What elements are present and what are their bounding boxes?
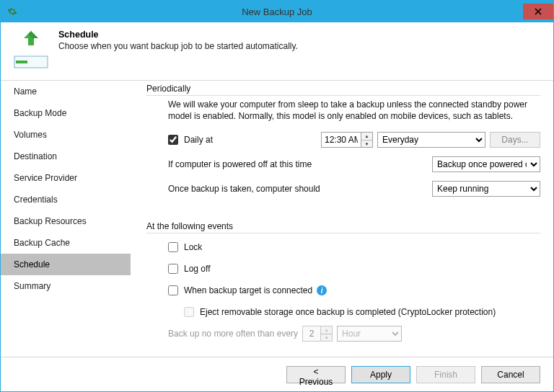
daily-time-input[interactable]: [321, 132, 361, 148]
lock-row: Lock: [146, 238, 540, 257]
daily-label: Daily at: [184, 135, 307, 145]
eject-label: Eject removable storage once backup is c…: [200, 307, 496, 317]
svg-rect-1: [16, 61, 27, 63]
lock-checkbox[interactable]: [168, 242, 178, 252]
periodically-group-label: Periodically: [146, 84, 540, 94]
finish-button: Finish: [416, 366, 475, 383]
eject-checkbox: [184, 307, 194, 317]
separator: [146, 95, 540, 96]
apply-button[interactable]: Apply: [351, 366, 410, 383]
close-button[interactable]: [523, 4, 553, 19]
wizard-content: NameBackup ModeVolumesDestinationService…: [1, 81, 553, 357]
window-title: New Backup Job: [1, 6, 553, 17]
gear-icon: [6, 6, 18, 17]
sidebar-item-backup-cache[interactable]: Backup Cache: [1, 232, 131, 254]
sidebar-item-backup-resources[interactable]: Backup Resources: [1, 210, 131, 232]
frequency-value-input: [302, 326, 321, 342]
after-backup-label: Once backup is taken, computer should: [168, 184, 320, 194]
after-backup-select[interactable]: Keep running: [432, 181, 540, 197]
target-connected-row: When backup target is connected i: [146, 281, 540, 300]
target-connected-checkbox[interactable]: [168, 285, 178, 295]
sidebar-item-summary[interactable]: Summary: [1, 275, 131, 297]
title-bar: New Backup Job: [1, 1, 553, 22]
powered-off-row: If computer is powered off at this time …: [146, 155, 540, 174]
sidebar-item-volumes[interactable]: Volumes: [1, 124, 131, 146]
wizard-step-title: Schedule: [58, 30, 298, 40]
info-icon[interactable]: i: [317, 285, 327, 295]
daily-row: Daily at ▲▼ Everyday Days...: [146, 130, 540, 149]
spinner-down-icon[interactable]: ▼: [361, 141, 372, 148]
frequency-spinner: ▲▼: [321, 326, 333, 342]
periodically-note: We will wake your computer from sleep to…: [168, 99, 540, 122]
sidebar-item-service-provider[interactable]: Service Provider: [1, 167, 131, 189]
daily-day-select[interactable]: Everyday: [377, 132, 485, 148]
frequency-prefix: Back up no more often than every: [168, 329, 298, 339]
wizard-header-text: Schedule Choose when you want backup job…: [58, 30, 298, 51]
sidebar-item-name[interactable]: Name: [1, 81, 131, 102]
dialog-window: New Backup Job Schedule Choose when you …: [0, 0, 554, 392]
close-icon: [535, 8, 542, 15]
spinner-down-icon: ▼: [321, 334, 332, 342]
frequency-row: Back up no more often than every ▲▼ Hour: [168, 326, 540, 342]
sidebar-item-backup-mode[interactable]: Backup Mode: [1, 102, 131, 124]
target-connected-label: When backup target is connected: [184, 285, 312, 295]
powered-off-select[interactable]: Backup once powered on: [432, 156, 540, 172]
logoff-row: Log off: [146, 259, 540, 278]
spinner-up-icon: ▲: [321, 326, 332, 334]
eject-row: Eject removable storage once backup is c…: [146, 303, 540, 321]
sidebar-item-destination[interactable]: Destination: [1, 146, 131, 167]
schedule-icon: [11, 30, 51, 70]
cancel-button[interactable]: Cancel: [481, 366, 540, 383]
logoff-checkbox[interactable]: [168, 264, 178, 274]
lock-label: Lock: [184, 242, 202, 252]
wizard-sidebar: NameBackup ModeVolumesDestinationService…: [1, 81, 131, 357]
sidebar-item-schedule[interactable]: Schedule: [1, 254, 131, 275]
logoff-label: Log off: [184, 264, 210, 274]
days-button: Days...: [490, 132, 540, 148]
wizard-step-description: Choose when you want backup job to be st…: [58, 41, 298, 51]
wizard-header: Schedule Choose when you want backup job…: [1, 22, 553, 80]
wizard-footer: < Previous Apply Finish Cancel: [1, 357, 553, 391]
sidebar-item-credentials[interactable]: Credentials: [1, 189, 131, 210]
powered-off-label: If computer is powered off at this time: [168, 159, 312, 169]
wizard-main-panel: Periodically We will wake your computer …: [131, 81, 553, 357]
after-backup-row: Once backup is taken, computer should Ke…: [146, 179, 540, 198]
spinner-up-icon[interactable]: ▲: [361, 133, 372, 141]
previous-button[interactable]: < Previous: [286, 366, 346, 383]
time-spinner[interactable]: ▲▼: [361, 132, 373, 148]
frequency-unit-select: Hour: [337, 326, 402, 342]
events-group-label: At the following events: [146, 221, 540, 231]
daily-checkbox[interactable]: [168, 135, 178, 145]
